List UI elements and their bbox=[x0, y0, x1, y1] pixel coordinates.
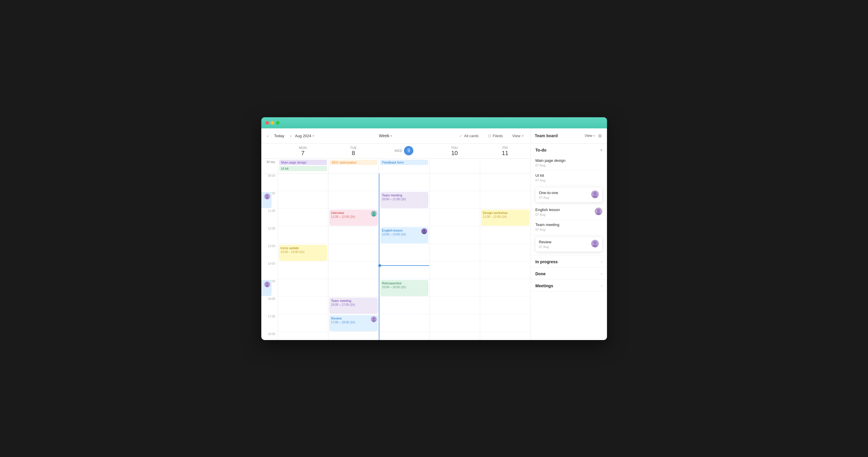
allday-chip-ui-kit[interactable]: UI kit bbox=[279, 166, 327, 171]
card-english-lesson[interactable]: English lesson 07 Aug bbox=[531, 205, 607, 220]
card-main-page-design[interactable]: Main page design 07 Aug bbox=[531, 155, 607, 170]
week-label: Week bbox=[379, 133, 390, 138]
section-todo-chevron: ▾ bbox=[600, 148, 602, 152]
maximize-button[interactable] bbox=[276, 121, 279, 124]
check-icon: ✓ bbox=[459, 134, 463, 138]
avatar-english-left bbox=[264, 281, 270, 287]
section-in-progress-chevron: › bbox=[601, 260, 602, 264]
day-header-thu: THU 10 bbox=[429, 144, 480, 158]
sidebar-view-chevron: ▾ bbox=[593, 134, 595, 138]
allday-chip-seo[interactable]: SEO optimization bbox=[330, 160, 378, 165]
section-done-title: Done bbox=[535, 272, 546, 276]
card-one-to-one[interactable]: One-to-one 07 Aug bbox=[535, 188, 602, 202]
svg-point-11 bbox=[593, 195, 597, 198]
event-retrospective[interactable]: Retrospective 15:00 – 16:00 (1h) bbox=[380, 280, 429, 296]
avatar-review-event bbox=[371, 316, 377, 322]
avatar-interview bbox=[371, 211, 377, 217]
prev-arrow[interactable]: ‹ bbox=[266, 133, 270, 139]
sidebar-layout-button[interactable]: ⊞ bbox=[597, 133, 603, 139]
fileds-icon: ⊡ bbox=[488, 134, 491, 138]
toolbar-center: Week ▾ bbox=[317, 132, 454, 139]
time-grid-inner: 09:00 10:00 11:00 12:00 13:00 14:00 15:0… bbox=[261, 174, 530, 340]
avatar-review bbox=[591, 240, 599, 248]
svg-point-5 bbox=[423, 232, 426, 234]
section-todo-header[interactable]: To-do ▾ bbox=[531, 144, 607, 155]
time-grid[interactable]: 09:00 10:00 11:00 12:00 13:00 14:00 15:0… bbox=[261, 174, 530, 340]
current-time-dot bbox=[378, 264, 381, 267]
day-headers: MON 7 TUE 8 WED bbox=[261, 144, 530, 159]
svg-point-4 bbox=[423, 230, 425, 232]
app-window: ‹ Today › Aug 2024 ▾ Week ▾ ✓ bbox=[261, 117, 607, 340]
card-review[interactable]: Review 07 Aug bbox=[535, 237, 602, 252]
week-chevron: ▾ bbox=[391, 134, 392, 138]
card-ui-kit[interactable]: UI kit 07 Aug bbox=[531, 170, 607, 185]
allday-cell-tue: SEO optimization bbox=[328, 159, 379, 173]
all-cards-button[interactable]: ✓ All cards bbox=[457, 133, 481, 139]
section-in-progress-header[interactable]: In progress › bbox=[531, 255, 607, 267]
event-english-lesson-left[interactable]: English lesson 15:00 – 16:00 (1h) bbox=[261, 280, 272, 296]
event-interview[interactable]: Interview 11:00 – 12:00 (1h) bbox=[329, 209, 378, 226]
section-done: Done › bbox=[531, 267, 607, 279]
svg-point-9 bbox=[266, 285, 269, 287]
day-col-fri: Design workshop 11:00 – 12:00 (1h) bbox=[480, 174, 530, 340]
allday-chip-main-page[interactable]: Main page design bbox=[279, 160, 327, 165]
sidebar-content[interactable]: To-do ▾ Main page design 07 Aug UI kit bbox=[531, 144, 607, 340]
svg-point-0 bbox=[373, 212, 375, 214]
close-button[interactable] bbox=[266, 121, 269, 124]
toolbar-right: ✓ All cards ⊡ Fileds View ▾ bbox=[457, 133, 526, 139]
team-board-title: Team board bbox=[535, 133, 582, 138]
card-team-meeting[interactable]: Team meeting 07 Aug bbox=[531, 220, 607, 234]
avatar-english-wed bbox=[421, 228, 427, 234]
section-meetings: Meetings › bbox=[531, 279, 607, 291]
section-meetings-header[interactable]: Meetings › bbox=[531, 279, 607, 291]
toolbar-left: ‹ Today › Aug 2024 ▾ bbox=[266, 133, 314, 139]
current-time-line bbox=[379, 265, 430, 266]
title-bar bbox=[261, 117, 607, 128]
event-english-lesson-wed[interactable]: English lesson 12:00 – 13:00 (1h) bbox=[380, 227, 429, 243]
day-col-tue: Interview 11:00 – 12:00 (1h) Team meetin… bbox=[328, 174, 379, 340]
view-chevron: ▾ bbox=[522, 134, 524, 138]
today-button[interactable]: Today bbox=[272, 133, 287, 139]
fileds-label: Fileds bbox=[493, 134, 503, 138]
svg-point-13 bbox=[596, 212, 601, 215]
section-in-progress-title: In progress bbox=[535, 259, 558, 264]
svg-point-3 bbox=[372, 320, 376, 322]
week-button[interactable]: Week ▾ bbox=[376, 132, 395, 139]
sidebar-view-button[interactable]: View ▾ bbox=[585, 134, 595, 138]
allday-chip-feedback[interactable]: Feedback form bbox=[380, 160, 428, 165]
day-header-mon: MON 7 bbox=[278, 144, 329, 158]
section-todo-title: To-do bbox=[535, 148, 547, 152]
section-in-progress: In progress › bbox=[531, 255, 607, 267]
view-label: View bbox=[513, 134, 521, 138]
avatar-oto bbox=[264, 194, 270, 199]
event-icons-update[interactable]: Icons update 13:00 – 14:00 (1h) bbox=[279, 245, 328, 261]
event-team-meeting-tue[interactable]: Team meeting 16:00 – 17:00 (1h) bbox=[329, 297, 378, 314]
avatar-english bbox=[595, 207, 602, 215]
next-arrow[interactable]: › bbox=[289, 133, 293, 139]
svg-point-1 bbox=[372, 214, 376, 217]
section-done-header[interactable]: Done › bbox=[531, 267, 607, 279]
svg-point-2 bbox=[373, 317, 375, 320]
date-range[interactable]: Aug 2024 ▾ bbox=[295, 134, 314, 138]
sidebar-toolbar: Team board View ▾ ⊞ bbox=[531, 128, 607, 144]
svg-point-15 bbox=[593, 245, 597, 248]
allday-cell-wed: Feedback form bbox=[379, 159, 430, 173]
date-range-chevron: ▾ bbox=[313, 134, 314, 138]
svg-point-7 bbox=[266, 197, 269, 199]
main-content: ‹ Today › Aug 2024 ▾ Week ▾ ✓ bbox=[261, 128, 607, 340]
event-team-meeting-wed[interactable]: Team meeting 10:00 – 11:00 (1h) bbox=[380, 192, 429, 208]
section-todo: To-do ▾ Main page design 07 Aug UI kit bbox=[531, 144, 607, 255]
day-col-wed: Team meeting 10:00 – 11:00 (1h) English … bbox=[379, 174, 430, 340]
allday-label: All day bbox=[261, 159, 278, 173]
section-meetings-chevron: › bbox=[601, 284, 602, 288]
view-button[interactable]: View ▾ bbox=[510, 133, 526, 139]
minimize-button[interactable] bbox=[271, 121, 274, 124]
event-review-tue[interactable]: Review 17:00 – 18:00 (1h) bbox=[329, 315, 378, 331]
event-design-workshop[interactable]: Design workshop 11:00 – 12:00 (1h) bbox=[481, 209, 530, 226]
allday-cell-fri bbox=[480, 159, 530, 173]
allday-cell-thu bbox=[429, 159, 480, 173]
fileds-button[interactable]: ⊡ Fileds bbox=[486, 133, 505, 139]
day-header-tue: TUE 8 bbox=[328, 144, 379, 158]
event-one-to-one[interactable]: One-to-one 10:00 – 11:00 (1h) bbox=[261, 192, 272, 208]
traffic-lights bbox=[266, 121, 279, 124]
